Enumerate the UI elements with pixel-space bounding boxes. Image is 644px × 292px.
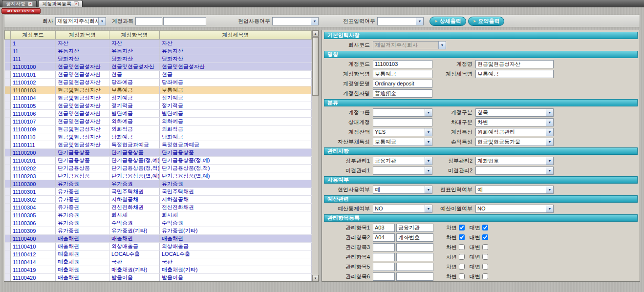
- cell-detail[interactable]: 당좌예금: [160, 133, 312, 141]
- cell-detail[interactable]: 매출채권(기타): [160, 266, 312, 274]
- asset-trait-select[interactable]: 보통예금 ▼: [373, 138, 432, 146]
- cell-item[interactable]: 별단예금: [109, 110, 160, 118]
- table-row[interactable]: 11100107현금및현금성자산외화예금외화예금: [5, 118, 312, 125]
- cell-item[interactable]: 유동자산: [109, 47, 160, 55]
- field-use-filter-select[interactable]: ▼: [272, 17, 319, 25]
- cell-code[interactable]: 11100203: [11, 172, 56, 180]
- cell-code[interactable]: 11100110: [11, 133, 56, 141]
- cell-detail[interactable]: 특정현금과예금: [160, 141, 312, 149]
- cell-item[interactable]: 유가증권: [109, 180, 160, 188]
- cell-name[interactable]: 자산: [56, 40, 109, 47]
- open2-select[interactable]: ▼: [475, 167, 554, 175]
- cell-name[interactable]: 현금및현금성자산: [56, 63, 109, 71]
- account-group-select[interactable]: ▼: [373, 108, 432, 117]
- cell-name[interactable]: 유가증권: [56, 211, 109, 219]
- table-row[interactable]: 11유동자산유동자산유동자산: [5, 47, 312, 55]
- cell-item[interactable]: 단기금융상품(정,예): [109, 157, 160, 165]
- ledger2-select[interactable]: 계좌번호 ▼: [475, 157, 554, 165]
- company-filter-select[interactable]: 제일저지주식회사 ▼: [55, 17, 106, 25]
- cell-code[interactable]: 11100109: [11, 125, 56, 133]
- cell-name[interactable]: 단기금융상품: [56, 165, 109, 172]
- table-row[interactable]: 11100306유가증권수익증권수익증권: [5, 219, 312, 227]
- field-use-select[interactable]: 예 ▼: [373, 186, 432, 194]
- cell-detail[interactable]: 외화예금: [160, 118, 312, 125]
- cell-name[interactable]: 매출채권: [56, 235, 109, 243]
- cell-name[interactable]: 현금및현금성자산: [56, 141, 109, 149]
- cell-code[interactable]: 11100420: [11, 274, 56, 282]
- cell-detail[interactable]: 정기예금: [160, 94, 312, 102]
- table-row[interactable]: 11100304유가증권전신전화채권전신전화채권: [5, 204, 312, 211]
- pl-trait-select[interactable]: 현금및현금등가물 ▼: [475, 138, 554, 146]
- cell-item[interactable]: 자산: [109, 40, 160, 47]
- cell-name[interactable]: 단기금융상품: [56, 149, 109, 157]
- table-row[interactable]: 11100200단기금융상품단기금융상품단기금융상품: [5, 149, 312, 157]
- mgmt-item-name-input[interactable]: [396, 253, 433, 261]
- chevron-down-icon[interactable]: ▼: [546, 157, 553, 165]
- cell-detail[interactable]: 국판: [160, 258, 312, 266]
- account-code-input[interactable]: [373, 60, 432, 68]
- cell-name[interactable]: 현금및현금성자산: [56, 71, 109, 79]
- cell-detail[interactable]: 외상매출금: [160, 243, 312, 250]
- chevron-down-icon[interactable]: ▼: [425, 138, 432, 146]
- table-row[interactable]: 11100104현금및현금성자산정기예금정기예금: [5, 94, 312, 102]
- contra-account-input[interactable]: [373, 118, 432, 126]
- debit-checkbox[interactable]: [459, 244, 465, 250]
- cell-item[interactable]: 단기금융상품(정,적): [109, 165, 160, 172]
- cell-code[interactable]: 11100302: [11, 196, 56, 204]
- cell-detail[interactable]: 현금: [160, 71, 312, 79]
- cell-item[interactable]: 당좌예금: [109, 133, 160, 141]
- table-row[interactable]: 11100412매출채권LOCAL수출LOCAL수출: [5, 250, 312, 258]
- cell-name[interactable]: 당좌자산: [56, 55, 109, 63]
- cell-item[interactable]: 매출채권(기타): [109, 266, 160, 274]
- budget-carryover-select[interactable]: NO ▼: [475, 205, 554, 213]
- cell-detail[interactable]: 보통예금: [160, 86, 312, 94]
- cell-code[interactable]: 11100200: [11, 149, 56, 157]
- debit-checkbox[interactable]: [459, 273, 465, 279]
- chevron-down-icon[interactable]: ▼: [425, 186, 432, 193]
- cell-code[interactable]: 11100419: [11, 266, 56, 274]
- cell-item[interactable]: 외화예금: [109, 118, 160, 125]
- debit-checkbox[interactable]: [459, 264, 465, 270]
- debit-checkbox[interactable]: [459, 234, 465, 240]
- table-row[interactable]: 11100102현금및현금성자산당좌예금당좌예금: [5, 79, 312, 86]
- account-detail-input[interactable]: [475, 70, 554, 78]
- cell-name[interactable]: 매출채권: [56, 258, 109, 266]
- cell-item[interactable]: 단기금융상품: [109, 149, 160, 157]
- cell-name[interactable]: 단기금융상품: [56, 157, 109, 165]
- cell-name[interactable]: 현금및현금성자산: [56, 79, 109, 86]
- cell-item[interactable]: 매출채권: [109, 235, 160, 243]
- cell-detail[interactable]: 지하철공채: [160, 196, 312, 204]
- cell-detail[interactable]: 전신전화채권: [160, 204, 312, 211]
- table-row[interactable]: 11100302유가증권지하철공채지하철공채: [5, 196, 312, 204]
- cell-name[interactable]: 매출채권: [56, 274, 109, 282]
- cell-name[interactable]: 유가증권: [56, 188, 109, 196]
- close-icon[interactable]: ×: [74, 1, 79, 6]
- table-row[interactable]: 111당좌자산당좌자산당좌자산: [5, 55, 312, 63]
- scroll-down-icon[interactable]: ▼: [312, 275, 319, 281]
- mgmt-item-name-input[interactable]: [396, 233, 433, 242]
- mgmt-item-code-input[interactable]: [373, 243, 395, 251]
- cell-detail[interactable]: 단기금융상품(정,적): [160, 165, 312, 172]
- cell-item[interactable]: 받을어음: [109, 274, 160, 282]
- mgmt-item-code-input[interactable]: [373, 272, 395, 281]
- cell-item[interactable]: 지하철공채: [109, 196, 160, 204]
- chevron-down-icon[interactable]: ▼: [425, 157, 432, 165]
- cell-detail[interactable]: 국민주택채권: [160, 188, 312, 196]
- slip-entry-select[interactable]: 예 ▼: [475, 186, 554, 194]
- slip-entry-filter-select[interactable]: ▼: [377, 17, 424, 25]
- table-scrollbar[interactable]: ▲ ▼: [312, 30, 319, 281]
- chevron-down-icon[interactable]: ▼: [546, 109, 553, 116]
- cell-name[interactable]: 현금및현금성자산: [56, 86, 109, 94]
- cell-detail[interactable]: 수익증권: [160, 219, 312, 227]
- cell-item[interactable]: 수익증권: [109, 219, 160, 227]
- cell-detail[interactable]: 단기금융상품(별,예): [160, 172, 312, 180]
- cell-detail[interactable]: 단기금융상품(정,예): [160, 157, 312, 165]
- cell-code[interactable]: 11100301: [11, 188, 56, 196]
- cell-code[interactable]: 11100111: [11, 141, 56, 149]
- cell-item[interactable]: 정기예금: [109, 94, 160, 102]
- cell-code[interactable]: 11100103: [11, 86, 56, 94]
- cell-name[interactable]: 매출채권: [56, 243, 109, 250]
- cell-item[interactable]: 유가증권(기타): [109, 227, 160, 235]
- cell-name[interactable]: 유동자산: [56, 47, 109, 55]
- cell-code[interactable]: 11100102: [11, 79, 56, 86]
